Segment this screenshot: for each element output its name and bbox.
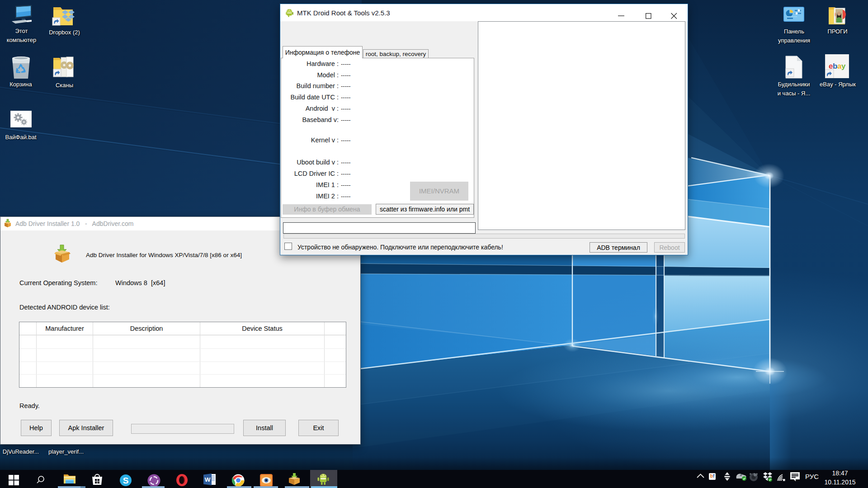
svg-text:S: S bbox=[123, 476, 129, 485]
svg-text:b: b bbox=[833, 62, 837, 70]
svg-text:y: y bbox=[841, 62, 846, 70]
svg-text:W: W bbox=[205, 476, 211, 483]
